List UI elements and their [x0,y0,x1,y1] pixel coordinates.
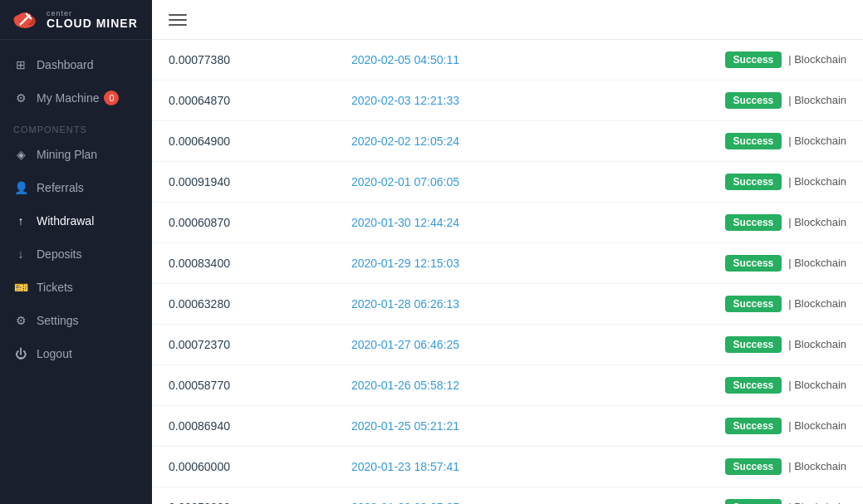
date-cell: 2020-01-27 06:46:25 [335,325,584,365]
tickets-label: Tickets [37,281,73,294]
main-content: 0.00077380 2020-02-05 04:50:11 Success |… [152,0,863,504]
withdrawal-icon: ↑ [13,213,28,228]
amount-cell: 0.00064870 [152,81,335,121]
sidebar-item-referrals[interactable]: 👤 Referrals [0,171,152,204]
status-badge: Success [725,174,782,190]
status-badge: Success [725,51,782,68]
date-cell: 2020-02-02 12:05:24 [335,121,584,162]
dashboard-icon: ⊞ [13,57,28,72]
content-area: 0.00077380 2020-02-05 04:50:11 Success |… [152,40,863,504]
date-cell: 2020-01-23 09:25:25 [335,487,584,505]
topbar [152,0,863,40]
hamburger-line-3 [169,24,187,26]
date-cell: 2020-01-23 18:57:41 [335,447,584,487]
status-cell: Success | Blockchain [584,40,863,81]
status-cell: Success | Blockchain [584,406,863,447]
table-row: 0.00058770 2020-01-26 05:58:12 Success |… [152,365,863,406]
status-badge: Success [725,296,782,312]
status-badge: Success [725,133,782,149]
status-badge: Success [725,458,782,475]
blockchain-link[interactable]: | Blockchain [788,135,846,147]
status-cell: Success | Blockchain [584,447,863,487]
table-row: 0.00091940 2020-02-01 07:06:05 Success |… [152,162,863,203]
amount-cell: 0.00060000 [152,447,335,487]
amount-cell: 0.00077380 [152,40,335,81]
table-row: 0.00086940 2020-01-25 05:21:21 Success |… [152,406,863,447]
settings-icon: ⚙ [13,313,28,328]
status-badge: Success [725,499,782,504]
withdrawal-label: Withdrawal [37,214,94,228]
referrals-icon: 👤 [13,180,28,195]
status-cell: Success | Blockchain [584,487,863,505]
blockchain-link[interactable]: | Blockchain [788,419,846,432]
table-row: 0.00064870 2020-02-03 12:21:33 Success |… [152,81,863,121]
dashboard-label: Dashboard [37,58,94,71]
amount-cell: 0.00091940 [152,162,335,203]
sidebar-item-deposits[interactable]: ↓ Deposits [0,237,152,271]
date-cell: 2020-01-30 12:44:24 [335,203,584,243]
blockchain-link[interactable]: | Blockchain [788,297,846,310]
sidebar-item-mining-plan[interactable]: ◈ Mining Plan [0,138,152,171]
status-cell: Success | Blockchain [584,203,863,243]
status-cell: Success | Blockchain [584,325,863,365]
blockchain-link[interactable]: | Blockchain [788,501,846,504]
amount-cell: 0.00063280 [152,284,335,325]
transactions-table: 0.00077380 2020-02-05 04:50:11 Success |… [152,40,863,504]
date-cell: 2020-01-29 12:15:03 [335,243,584,284]
logout-label: Logout [37,347,72,360]
blockchain-link[interactable]: | Blockchain [788,216,846,228]
blockchain-link[interactable]: | Blockchain [788,257,846,269]
date-cell: 2020-02-05 04:50:11 [335,40,584,81]
deposits-icon: ↓ [13,247,28,262]
status-badge: Success [725,377,782,394]
table-row: 0.00077380 2020-02-05 04:50:11 Success |… [152,40,863,81]
status-badge: Success [725,418,782,434]
mining-plan-label: Mining Plan [37,148,97,161]
blockchain-link[interactable]: | Blockchain [788,338,846,350]
table-row: 0.00060870 2020-01-30 12:44:24 Success |… [152,203,863,243]
referrals-label: Referrals [37,181,84,194]
amount-cell: 0.00060870 [152,203,335,243]
sidebar: center CLOUD MINER ⊞ Dashboard ⚙ My Mach… [0,0,152,504]
blockchain-link[interactable]: | Blockchain [788,175,846,188]
components-section-label: components [0,115,152,138]
settings-label: Settings [37,314,79,327]
table-row: 0.00060000 2020-01-23 18:57:41 Success |… [152,447,863,487]
date-cell: 2020-02-03 12:21:33 [335,81,584,121]
sidebar-navigation: ⊞ Dashboard ⚙ My Machine 0 components ◈ … [0,40,152,504]
logo-main-text: CLOUD MINER [47,17,138,29]
blockchain-link[interactable]: | Blockchain [788,53,846,66]
table-row: 0.00063280 2020-01-28 06:26:13 Success |… [152,284,863,325]
table-row: 0.00064900 2020-02-02 12:05:24 Success |… [152,121,863,162]
my-machine-icon: ⚙ [13,91,28,105]
my-machine-label: My Machine [37,91,99,105]
status-cell: Success | Blockchain [584,284,863,325]
status-cell: Success | Blockchain [584,121,863,162]
status-badge: Success [725,336,782,353]
table-row: 0.00083400 2020-01-29 12:15:03 Success |… [152,243,863,284]
tickets-icon: 🎫 [13,280,28,295]
amount-cell: 0.00072370 [152,325,335,365]
status-badge: Success [725,214,782,231]
sidebar-item-tickets[interactable]: 🎫 Tickets [0,271,152,304]
sidebar-item-settings[interactable]: ⚙ Settings [0,304,152,337]
status-cell: Success | Blockchain [584,81,863,121]
date-cell: 2020-01-28 06:26:13 [335,284,584,325]
my-machine-badge: 0 [104,91,119,105]
blockchain-link[interactable]: | Blockchain [788,460,846,472]
sidebar-item-withdrawal[interactable]: ↑ Withdrawal [0,204,152,237]
date-cell: 2020-01-25 05:21:21 [335,406,584,447]
blockchain-link[interactable]: | Blockchain [788,94,846,106]
sidebar-item-dashboard[interactable]: ⊞ Dashboard [0,48,152,81]
amount-cell: 0.00064900 [152,121,335,162]
hamburger-menu[interactable] [169,14,187,26]
table-row: 0.00050000 2020-01-23 09:25:25 Success |… [152,487,863,505]
deposits-label: Deposits [37,247,81,261]
sidebar-item-my-machine[interactable]: ⚙ My Machine 0 [0,81,152,115]
status-cell: Success | Blockchain [584,162,863,203]
date-cell: 2020-02-01 07:06:05 [335,162,584,203]
table-row: 0.00072370 2020-01-27 06:46:25 Success |… [152,325,863,365]
blockchain-link[interactable]: | Blockchain [788,379,846,391]
logo-container: center CLOUD MINER [0,0,152,40]
sidebar-item-logout[interactable]: ⏻ Logout [0,337,152,370]
